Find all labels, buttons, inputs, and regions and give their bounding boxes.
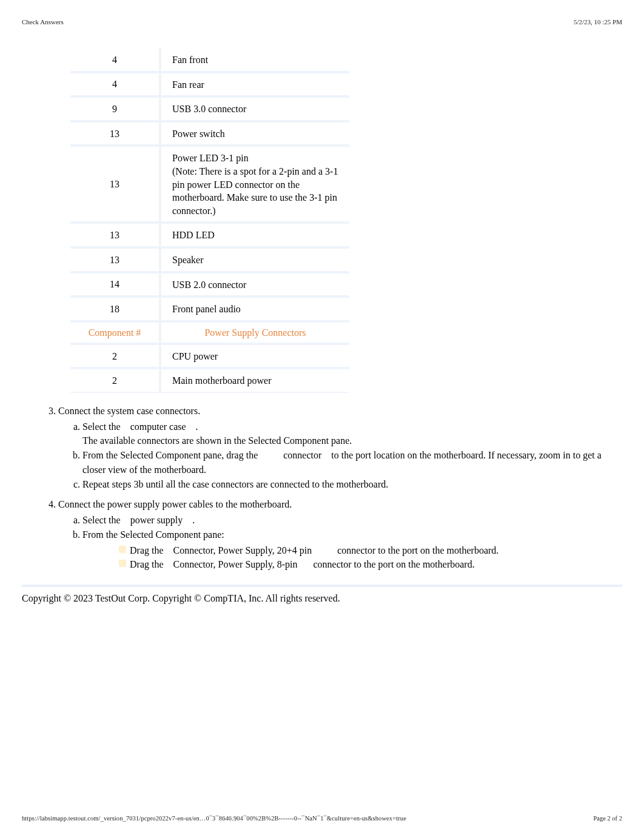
step-3a-term: computer case	[130, 421, 186, 432]
step-4b: From the Selected Component pane: Drag t…	[82, 528, 622, 571]
step-4b-item-2: Drag the Connector, Power Supply, 8-pin …	[119, 557, 622, 571]
step-4b2-term: Connector, Power Supply, 8-pin	[173, 559, 298, 569]
table-header-row: Component # Power Supply Connectors	[70, 321, 349, 344]
component-number: 13	[70, 247, 161, 272]
step-4b-items: Drag the Connector, Power Supply, 20+4 p…	[119, 543, 622, 571]
header-title: Check Answers	[22, 18, 64, 25]
header-datetime: 5/2/23, 10 :25 PM	[574, 18, 622, 25]
step-4b-item-1: Drag the Connector, Power Supply, 20+4 p…	[119, 543, 622, 557]
step-3c: Repeat steps 3b until all the case conne…	[82, 477, 622, 491]
table-row: 2 Main motherboard power	[70, 368, 349, 393]
table-row: 13 Power LED 3-1 pin (Note: There is a s…	[70, 146, 349, 223]
step-4a: Select the power supply .	[82, 513, 622, 527]
component-desc: Main motherboard power	[161, 368, 349, 393]
step-4b1-term: Connector, Power Supply, 20+4 pin	[173, 545, 312, 555]
instruction-list: Connect the system case connectors. Sele…	[47, 404, 622, 571]
step-3b-lead: From the Selected Component pane, drag t…	[82, 450, 258, 460]
table-row: 4 Fan rear	[70, 72, 349, 97]
step-4-title: Connect the power supply power cables to…	[58, 499, 292, 509]
body: 4 Fan front 4 Fan rear 9 USB 3.0 connect…	[22, 49, 622, 604]
copyright: Copyright © 2023 TestOut Corp. Copyright…	[22, 585, 622, 604]
component-number: 14	[70, 272, 161, 297]
step-4-substeps: Select the power supply . From the Selec…	[72, 513, 622, 571]
step-4a-tail: .	[192, 515, 195, 525]
step-4b2-lead: Drag the	[130, 559, 164, 569]
component-desc: HDD LED	[161, 223, 349, 247]
step-4b1-text: Drag the Connector, Power Supply, 20+4 p…	[130, 543, 498, 557]
table-row: 9 USB 3.0 connector	[70, 96, 349, 121]
component-desc: Speaker	[161, 247, 349, 272]
component-desc: Fan front	[161, 49, 349, 72]
component-desc: Power LED 3-1 pin (Note: There is a spot…	[161, 146, 349, 223]
component-number: 2	[70, 368, 161, 393]
step-3b-mid: connector	[283, 450, 321, 460]
step-3: Connect the system case connectors. Sele…	[58, 404, 622, 491]
component-desc: CPU power	[161, 344, 349, 369]
step-4a-term: power supply	[130, 515, 183, 525]
table-row: 13 HDD LED	[70, 223, 349, 247]
component-desc: USB 2.0 connector	[161, 272, 349, 297]
component-number: 13	[70, 121, 161, 146]
step-4b1-tail: connector to the port on the motherboard…	[337, 545, 498, 555]
bullet-icon	[119, 546, 126, 553]
step-3b: From the Selected Component pane, drag t…	[82, 448, 622, 476]
component-number: 18	[70, 297, 161, 321]
step-4b2-tail: connector to the port on the motherboard…	[314, 559, 475, 569]
component-desc: Fan rear	[161, 72, 349, 97]
component-table: 4 Fan front 4 Fan rear 9 USB 3.0 connect…	[70, 49, 349, 393]
step-4b1-lead: Drag the	[130, 545, 164, 555]
component-number: 9	[70, 96, 161, 121]
component-number: 13	[70, 223, 161, 247]
component-number: 13	[70, 146, 161, 223]
table-row: 18 Front panel audio	[70, 297, 349, 321]
component-number: 4	[70, 72, 161, 97]
step-3a-lead: Select the	[82, 421, 121, 432]
table-row: 13 Power switch	[70, 121, 349, 146]
header-component-number: Component #	[70, 321, 161, 344]
component-number: 4	[70, 49, 161, 72]
step-4a-lead: Select the	[82, 515, 121, 525]
step-4b2-text: Drag the Connector, Power Supply, 8-pin …	[130, 557, 475, 571]
header-power-connectors: Power Supply Connectors	[161, 321, 349, 344]
table-row: 13 Speaker	[70, 247, 349, 272]
step-3a: Select the computer case . The available…	[82, 420, 622, 448]
bullet-icon	[119, 560, 126, 567]
step-3a-tail: .	[196, 421, 198, 432]
step-3-title: Connect the system case connectors.	[58, 406, 200, 416]
page: Check Answers 5/2/23, 10 :25 PM 4 Fan fr…	[0, 0, 644, 835]
table-row: 4 Fan front	[70, 49, 349, 72]
step-3a-cont: The available connectors are shown in th…	[82, 434, 622, 448]
component-desc: USB 3.0 connector	[161, 96, 349, 121]
footer-page: Page 2 of 2	[593, 815, 622, 822]
footer-url: https://labsimapp.testout.com/_version_7…	[22, 815, 406, 822]
table-row: 14 USB 2.0 connector	[70, 272, 349, 297]
step-3-substeps: Select the computer case . The available…	[72, 420, 622, 491]
component-number: 2	[70, 344, 161, 369]
step-4: Connect the power supply power cables to…	[58, 497, 622, 571]
component-desc: Front panel audio	[161, 297, 349, 321]
step-4b-intro: From the Selected Component pane:	[82, 529, 224, 540]
component-desc: Power switch	[161, 121, 349, 146]
table-row: 2 CPU power	[70, 344, 349, 369]
